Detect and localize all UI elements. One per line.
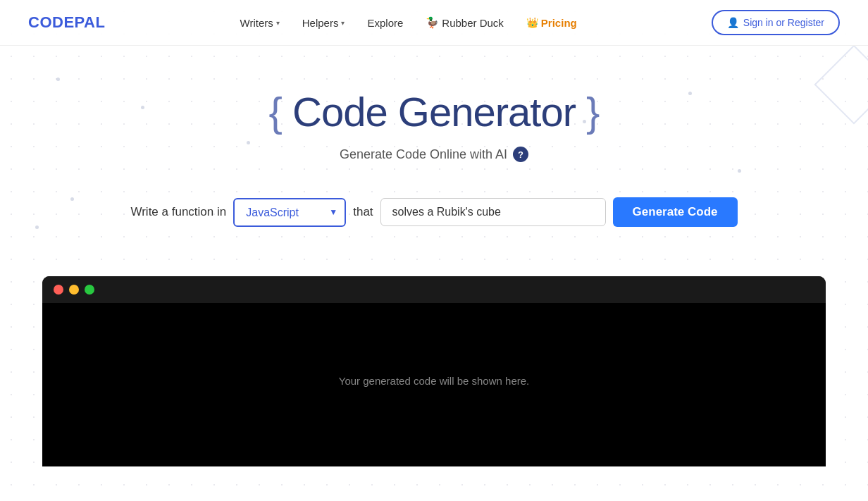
- nav-writers[interactable]: Writers ▾: [232, 13, 288, 33]
- terminal-close-dot[interactable]: [54, 285, 63, 295]
- rubber-duck-icon: 🦆: [426, 16, 439, 29]
- sign-in-button[interactable]: 👤 Sign in or Register: [712, 10, 840, 35]
- language-select[interactable]: JavaScript Python Java C++ TypeScript Go…: [233, 198, 346, 227]
- form-prefix-label: Write a function in: [130, 205, 226, 219]
- terminal-minimize-dot[interactable]: [69, 285, 79, 295]
- brace-open: {: [269, 89, 282, 135]
- nav-pricing[interactable]: 👑 Pricing: [518, 13, 585, 33]
- nav-explore[interactable]: Explore: [359, 13, 411, 33]
- terminal-placeholder-text: Your generated code will be shown here.: [339, 375, 529, 387]
- generator-form: Write a function in JavaScript Python Ja…: [14, 197, 854, 227]
- terminal-body: Your generated code will be shown here.: [42, 303, 826, 458]
- code-output-terminal: Your generated code will be shown here.: [42, 276, 826, 466]
- logo[interactable]: CODEPAL: [28, 13, 105, 32]
- person-icon: 👤: [727, 17, 739, 28]
- nav-links: Writers ▾ Helpers ▾ Explore 🦆 Rubber Duc…: [232, 12, 585, 33]
- form-middle-label: that: [353, 205, 373, 219]
- language-select-wrapper: JavaScript Python Java C++ TypeScript Go…: [233, 198, 346, 227]
- generate-code-button[interactable]: Generate Code: [613, 197, 738, 227]
- terminal-titlebar: [42, 276, 826, 303]
- help-icon[interactable]: ?: [513, 147, 528, 162]
- terminal-maximize-dot[interactable]: [85, 285, 94, 295]
- writers-chevron-icon: ▾: [276, 19, 280, 27]
- logo-pal: PAL: [75, 13, 106, 31]
- nav-rubber-duck[interactable]: 🦆 Rubber Duck: [417, 12, 512, 33]
- navbar: CODEPAL Writers ▾ Helpers ▾ Explore 🦆 Ru…: [0, 0, 868, 46]
- helpers-chevron-icon: ▾: [341, 19, 345, 27]
- function-description-input[interactable]: [380, 198, 606, 226]
- hero-section: { Code Generator } Generate Code Online …: [0, 46, 868, 276]
- brace-close: }: [586, 89, 599, 135]
- hero-subtitle: Generate Code Online with AI ?: [14, 147, 854, 162]
- hero-title: { Code Generator }: [14, 88, 854, 135]
- logo-code: CODE: [28, 13, 75, 31]
- nav-helpers[interactable]: Helpers ▾: [294, 13, 354, 33]
- crown-icon: 👑: [526, 17, 538, 28]
